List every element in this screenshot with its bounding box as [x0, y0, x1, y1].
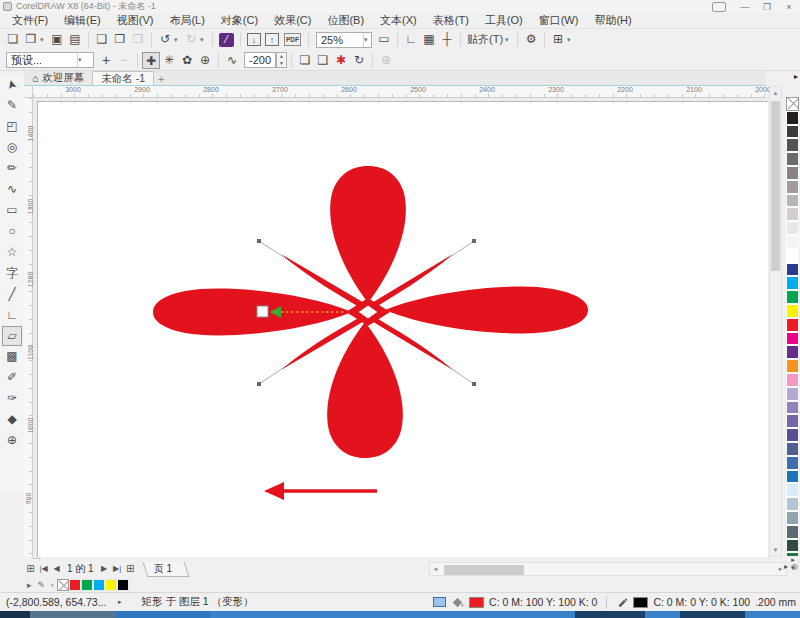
mini-zoom-icon[interactable]: ◎	[791, 562, 798, 571]
rectangle-tool-icon[interactable]: ▭	[2, 200, 22, 221]
launcher-dropdown-icon[interactable]: ▾	[567, 36, 575, 44]
petal-top[interactable]	[330, 166, 406, 303]
document-palette-eyedropper-icon[interactable]: ✎	[38, 580, 46, 590]
copy-icon[interactable]: ❒	[111, 31, 129, 48]
palette-swatch[interactable]	[786, 456, 799, 470]
zoom-tool-icon[interactable]: ◎	[2, 137, 22, 158]
open-icon[interactable]: ❐	[22, 31, 40, 48]
palette-swatch[interactable]	[786, 111, 799, 125]
export-icon[interactable]: ↑	[265, 33, 279, 46]
mini-nav-icon[interactable]: ▸	[784, 562, 788, 571]
palette-swatch[interactable]	[786, 525, 799, 539]
twister-distortion-icon[interactable]: ✿	[178, 52, 196, 69]
palette-swatch[interactable]	[786, 332, 799, 346]
last-page-icon[interactable]: ▶|	[111, 562, 124, 576]
pick-tool-icon[interactable]: ➤	[0, 72, 25, 97]
copy-distortion-icon[interactable]: ❑	[314, 52, 332, 69]
palette-swatch[interactable]	[786, 235, 799, 249]
palette-swatch[interactable]	[786, 304, 799, 318]
palette-swatch[interactable]	[786, 428, 799, 442]
undo-icon[interactable]: ↺	[156, 31, 174, 48]
palette-swatch[interactable]	[786, 207, 799, 221]
page-tab[interactable]: 页 1	[142, 562, 189, 577]
palette-swatch[interactable]	[786, 387, 799, 401]
menu-item-3[interactable]: 布局(L)	[161, 13, 212, 28]
palette-swatch[interactable]	[786, 483, 799, 497]
annotation-arrow[interactable]	[264, 482, 377, 500]
document-palette-swatch[interactable]	[69, 579, 81, 591]
amplitude-spinner[interactable]: ▲▼	[276, 52, 287, 68]
menu-item-5[interactable]: 效果(C)	[266, 13, 319, 28]
zipper-distortion-icon[interactable]: ✳	[160, 52, 178, 69]
palette-swatch[interactable]	[786, 125, 799, 139]
vertical-scrollbar[interactable]: ▴ ▾	[769, 86, 782, 557]
dimension-tool-icon[interactable]: ╱	[2, 284, 22, 305]
fullscreen-preview-icon[interactable]: ▭	[375, 31, 393, 48]
add-preset-icon[interactable]: +	[97, 52, 115, 69]
petal-bottom[interactable]	[327, 322, 403, 458]
import-icon[interactable]: ↓	[247, 33, 261, 46]
eyedropper-tool-icon[interactable]: ✐	[2, 367, 22, 388]
preset-input[interactable]	[7, 53, 77, 67]
more-tools-icon[interactable]: ⊕	[2, 430, 22, 451]
palette-swatch[interactable]	[786, 511, 799, 525]
menu-item-4[interactable]: 对象(C)	[213, 13, 266, 28]
paste-icon[interactable]: ❒	[129, 31, 147, 48]
ellipse-tool-icon[interactable]: ○	[2, 221, 22, 242]
docker-grip-icon[interactable]: ⋯	[32, 553, 42, 563]
tab-document[interactable]: 未命名 -1	[92, 71, 154, 85]
document-palette-swatch[interactable]	[93, 579, 105, 591]
add-page-end-icon[interactable]: ⊞	[124, 562, 137, 576]
menu-item-6[interactable]: 位图(B)	[319, 13, 372, 28]
clear-distortion-icon[interactable]: ✱	[332, 52, 350, 69]
palette-swatch[interactable]	[786, 138, 799, 152]
palette-swatch[interactable]	[786, 414, 799, 428]
palette-swatch[interactable]	[786, 263, 799, 277]
redo-icon[interactable]: ↻	[182, 31, 200, 48]
previous-page-icon[interactable]: ◀	[50, 562, 63, 576]
snap-dropdown-icon[interactable]: ▾	[505, 36, 513, 44]
palette-swatch[interactable]	[786, 442, 799, 456]
zoom-level-dropdown-icon[interactable]: ▾	[363, 33, 371, 47]
crop-tool-icon[interactable]: ◰	[2, 116, 22, 137]
push-pull-distortion-icon[interactable]: ✚	[142, 52, 160, 69]
document-palette-swatch[interactable]	[57, 579, 69, 591]
palette-swatch[interactable]	[786, 497, 799, 511]
save-icon[interactable]: ▣	[48, 31, 66, 48]
close-button[interactable]: ×	[778, 1, 800, 13]
minimize-button[interactable]: —	[734, 1, 756, 13]
scroll-down-icon[interactable]: ▾	[770, 544, 781, 556]
petal-right[interactable]	[385, 287, 588, 334]
amplitude-input[interactable]	[245, 53, 275, 67]
palette-swatch[interactable]	[786, 401, 799, 415]
cut-icon[interactable]: ❑	[93, 31, 111, 48]
palette-swatch[interactable]	[786, 276, 799, 290]
palette-swatch[interactable]	[786, 180, 799, 194]
menu-item-0[interactable]: 文件(F)	[4, 13, 56, 28]
scroll-left-icon[interactable]: ◂	[430, 563, 441, 575]
snap-to-button[interactable]: 贴齐(T)	[465, 31, 505, 48]
vertical-scroll-thumb[interactable]	[771, 101, 780, 271]
tab-welcome-screen[interactable]: ⌂ 欢迎屏幕	[24, 71, 92, 85]
menu-item-1[interactable]: 编辑(E)	[56, 13, 109, 28]
horizontal-scroll-thumb[interactable]	[444, 565, 524, 575]
document-color-settings-icon[interactable]	[433, 597, 446, 607]
document-palette-swatch[interactable]	[81, 579, 93, 591]
palette-swatch[interactable]	[786, 345, 799, 359]
application-launcher-icon[interactable]: ⊞	[549, 31, 567, 48]
search-content-icon[interactable]: ⁄	[219, 33, 234, 47]
menu-item-10[interactable]: 窗口(W)	[531, 13, 587, 28]
new-document-icon[interactable]: ❏	[4, 31, 22, 48]
status-expand-icon[interactable]: ▸	[118, 598, 128, 606]
show-grid-icon[interactable]: ▦	[420, 31, 438, 48]
show-rulers-icon[interactable]: ∟	[402, 31, 420, 48]
menu-item-9[interactable]: 工具(O)	[477, 13, 531, 28]
first-page-icon[interactable]: |◀	[37, 562, 50, 576]
document-palette-collapse-icon[interactable]: ‹	[51, 580, 54, 590]
palette-swatch[interactable]	[786, 318, 799, 332]
shape-tool-icon[interactable]: ✎	[2, 95, 22, 116]
artistic-media-tool-icon[interactable]: ∿	[2, 179, 22, 200]
palette-swatch[interactable]	[786, 290, 799, 304]
text-tool-icon[interactable]: 字	[2, 263, 22, 284]
palette-swatch[interactable]	[786, 470, 799, 484]
